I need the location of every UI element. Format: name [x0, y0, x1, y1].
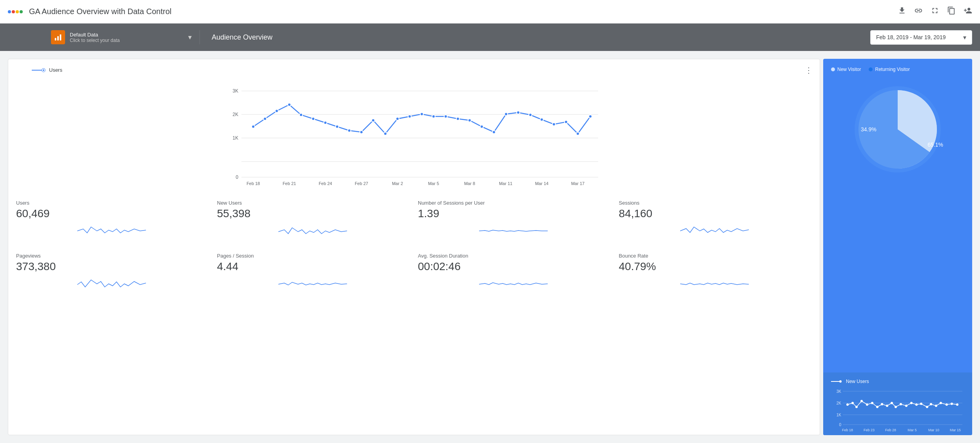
- svg-point-41: [480, 125, 483, 128]
- svg-text:3K: 3K: [837, 389, 842, 394]
- svg-point-72: [866, 403, 868, 406]
- toolbar-icons: [898, 6, 972, 17]
- svg-point-37: [432, 115, 435, 118]
- metric-users-label: Users: [16, 200, 209, 206]
- svg-point-77: [891, 402, 893, 404]
- svg-point-25: [288, 103, 291, 106]
- pie-legend-returning-visitor: Returning Visitor: [869, 67, 910, 72]
- svg-point-84: [926, 406, 928, 408]
- date-range-text: Feb 18, 2019 - Mar 19, 2019: [876, 34, 946, 40]
- svg-point-31: [360, 131, 363, 134]
- data-selector-subtitle: Click to select your data: [70, 38, 120, 43]
- metric-avg-session-sparkline: [418, 276, 611, 292]
- new-visitor-label: New Visitor: [837, 67, 861, 72]
- mini-chart-legend: New Users: [831, 379, 964, 384]
- svg-point-75: [881, 403, 883, 405]
- metric-bounce-rate: Bounce Rate 40.79%: [619, 250, 812, 295]
- metric-sessions-value: 84,160: [619, 207, 812, 220]
- copy-icon[interactable]: [947, 6, 956, 17]
- right-panel: New Visitor Returning Visitor: [823, 59, 972, 435]
- svg-point-45: [529, 113, 532, 116]
- svg-point-44: [517, 111, 520, 114]
- svg-text:Feb 27: Feb 27: [355, 181, 368, 186]
- svg-point-85: [930, 403, 932, 405]
- svg-point-68: [846, 403, 849, 406]
- svg-text:Mar 15: Mar 15: [950, 428, 961, 432]
- data-selector-text: Default Data Click to select your data: [70, 32, 120, 43]
- svg-point-69: [851, 402, 854, 404]
- svg-point-22: [252, 125, 255, 128]
- svg-rect-2: [60, 34, 62, 41]
- add-user-icon[interactable]: [964, 6, 972, 17]
- svg-point-81: [910, 402, 913, 404]
- metric-sessions-per-user-value: 1.39: [418, 207, 611, 220]
- metric-new-users-sparkline: [217, 223, 410, 239]
- svg-text:Mar 5: Mar 5: [907, 428, 916, 432]
- svg-point-29: [336, 125, 339, 128]
- pie-legend-new-visitor: New Visitor: [831, 67, 861, 72]
- main-content: ⋮ Users 3K 2K 1K 0: [0, 51, 980, 443]
- metric-new-users-label: New Users: [217, 200, 410, 206]
- svg-point-86: [935, 405, 937, 407]
- fullscreen-icon[interactable]: [931, 6, 939, 17]
- link-icon[interactable]: [914, 6, 923, 17]
- chart-legend-label: Users: [49, 67, 62, 73]
- mini-chart-section: New Users 3K 2K 1K 0 Feb 18 Feb 23 Feb 2…: [823, 372, 972, 435]
- svg-point-38: [444, 115, 447, 118]
- svg-text:Mar 5: Mar 5: [428, 181, 439, 186]
- metric-pageviews-label: Pageviews: [16, 253, 209, 259]
- pie-legend: New Visitor Returning Visitor: [831, 67, 910, 72]
- chart-legend: Users: [32, 67, 812, 73]
- metric-pages-per-session-label: Pages / Session: [217, 253, 410, 259]
- svg-point-78: [895, 406, 897, 408]
- svg-point-40: [468, 119, 471, 122]
- svg-point-87: [940, 402, 942, 404]
- svg-point-48: [564, 120, 568, 123]
- metric-sessions-per-user-sparkline: [418, 223, 611, 239]
- svg-point-32: [372, 119, 375, 122]
- metric-pageviews-value: 373,380: [16, 260, 209, 273]
- metric-avg-session-value: 00:02:46: [418, 260, 611, 273]
- svg-point-83: [920, 403, 922, 405]
- svg-text:Mar 17: Mar 17: [571, 181, 584, 186]
- view-title: Audience Overview: [200, 33, 870, 42]
- download-icon[interactable]: [898, 6, 906, 17]
- mini-chart-legend-label: New Users: [846, 379, 869, 384]
- metric-avg-session-label: Avg. Session Duration: [418, 253, 611, 259]
- svg-point-39: [456, 117, 459, 120]
- metric-new-users-value: 55,398: [217, 207, 410, 220]
- data-selector[interactable]: Default Data Click to select your data ▾: [51, 30, 200, 44]
- svg-point-82: [915, 403, 918, 406]
- control-bar: Default Data Click to select your data ▾…: [0, 24, 980, 51]
- svg-rect-1: [57, 36, 59, 40]
- svg-point-89: [951, 403, 953, 405]
- panel-menu-icon[interactable]: ⋮: [805, 65, 813, 75]
- svg-point-34: [396, 117, 399, 120]
- main-line-chart: 3K 2K 1K 0 Feb 18 Feb 21 Feb 24 Feb 27 M…: [16, 79, 812, 189]
- svg-point-30: [348, 129, 351, 132]
- svg-text:Mar 10: Mar 10: [928, 428, 939, 432]
- returning-visitor-label: Returning Visitor: [875, 67, 910, 72]
- metric-avg-session: Avg. Session Duration 00:02:46: [418, 250, 611, 295]
- data-selector-title: Default Data: [70, 32, 120, 38]
- svg-point-47: [552, 123, 555, 126]
- svg-text:Feb 23: Feb 23: [864, 428, 875, 432]
- new-visitor-dot: [831, 67, 835, 71]
- svg-text:0: 0: [236, 174, 238, 180]
- metric-sessions-per-user-label: Number of Sessions per User: [418, 200, 611, 206]
- svg-text:Feb 24: Feb 24: [319, 181, 332, 186]
- data-selector-icon: [51, 30, 65, 44]
- svg-text:2K: 2K: [837, 401, 842, 405]
- date-range-selector[interactable]: Feb 18, 2019 - Mar 19, 2019 ▾: [870, 30, 972, 45]
- metric-sessions: Sessions 84,160: [619, 197, 812, 242]
- svg-point-46: [540, 118, 543, 121]
- date-range-arrow: ▾: [963, 34, 966, 41]
- metric-users: Users 60,469: [16, 197, 209, 242]
- svg-text:0: 0: [839, 423, 841, 427]
- svg-point-28: [324, 121, 327, 124]
- svg-point-27: [312, 117, 315, 120]
- returning-visitor-dot: [869, 67, 873, 71]
- svg-point-35: [408, 115, 411, 118]
- page-title: GA Audience Overview with Data Control: [29, 7, 891, 16]
- svg-text:Feb 28: Feb 28: [885, 428, 896, 432]
